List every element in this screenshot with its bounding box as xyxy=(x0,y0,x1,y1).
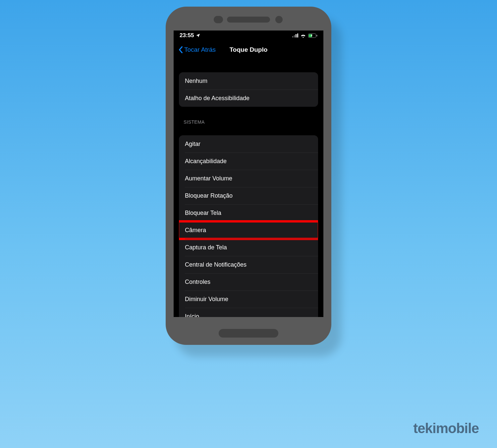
option-label: Início xyxy=(185,313,199,317)
option-label: Captura de Tela xyxy=(185,244,227,251)
option-volume-down[interactable]: Diminuir Volume xyxy=(179,290,318,308)
svg-rect-2 xyxy=(296,34,297,37)
location-icon xyxy=(196,33,200,38)
phone-frame: 23:55 xyxy=(166,7,331,345)
svg-rect-0 xyxy=(292,36,293,37)
phone-home-pill xyxy=(219,329,278,338)
phone-screen: 23:55 xyxy=(174,31,323,317)
battery-icon xyxy=(308,33,317,38)
option-lock-rotation[interactable]: Bloquear Rotação xyxy=(179,187,318,204)
option-notification-center[interactable]: Central de Notificações xyxy=(179,256,318,273)
option-label: Bloquear Rotação xyxy=(185,192,233,199)
option-label: Agitar xyxy=(185,141,200,148)
option-label: Câmera xyxy=(185,227,206,234)
option-label: Bloquear Tela xyxy=(185,210,221,217)
chevron-left-icon xyxy=(178,46,183,53)
group-system: Agitar Alcançabilidade Aumentar Volume B… xyxy=(179,135,318,317)
svg-rect-1 xyxy=(294,35,295,37)
back-button[interactable]: Tocar Atrás xyxy=(178,46,216,53)
settings-list[interactable]: Nenhum Atalho de Acessibilidade SISTEMA … xyxy=(174,59,323,317)
option-screenshot[interactable]: Captura de Tela xyxy=(179,239,318,256)
section-header-system: SISTEMA xyxy=(184,119,317,125)
option-none[interactable]: Nenhum xyxy=(179,72,318,90)
phone-camera-dot xyxy=(275,16,283,23)
back-label: Tocar Atrás xyxy=(184,46,216,53)
svg-rect-6 xyxy=(316,35,317,36)
option-label: Alcançabilidade xyxy=(185,158,227,165)
nav-header: Tocar Atrás Toque Duplo xyxy=(174,40,323,59)
option-lock-screen[interactable]: Bloquear Tela xyxy=(179,204,318,222)
status-time: 23:55 xyxy=(180,32,194,39)
cellular-icon xyxy=(292,33,298,37)
page-title: Toque Duplo xyxy=(230,46,268,53)
option-label: Controles xyxy=(185,279,210,286)
option-label: Nenhum xyxy=(185,78,207,85)
phone-sensor-dot xyxy=(214,16,223,23)
wifi-icon xyxy=(300,33,306,38)
option-label: Aumentar Volume xyxy=(185,175,232,182)
option-volume-up[interactable]: Aumentar Volume xyxy=(179,170,318,187)
option-shake[interactable]: Agitar xyxy=(179,135,318,153)
option-accessibility-shortcut[interactable]: Atalho de Acessibilidade xyxy=(179,90,318,107)
option-label: Atalho de Acessibilidade xyxy=(185,95,249,102)
status-right xyxy=(292,33,317,38)
option-label: Central de Notificações xyxy=(185,261,247,268)
option-label: Diminuir Volume xyxy=(185,296,228,303)
group-top: Nenhum Atalho de Acessibilidade xyxy=(179,72,318,107)
phone-speaker xyxy=(227,17,270,23)
status-bar: 23:55 xyxy=(174,31,323,40)
watermark-label: tekimobile xyxy=(413,420,479,436)
option-home[interactable]: Início xyxy=(179,308,318,317)
option-reachability[interactable]: Alcançabilidade xyxy=(179,153,318,170)
status-left: 23:55 xyxy=(180,32,200,39)
svg-rect-3 xyxy=(297,33,298,37)
option-controls[interactable]: Controles xyxy=(179,273,318,290)
option-camera[interactable]: Câmera xyxy=(179,222,318,239)
